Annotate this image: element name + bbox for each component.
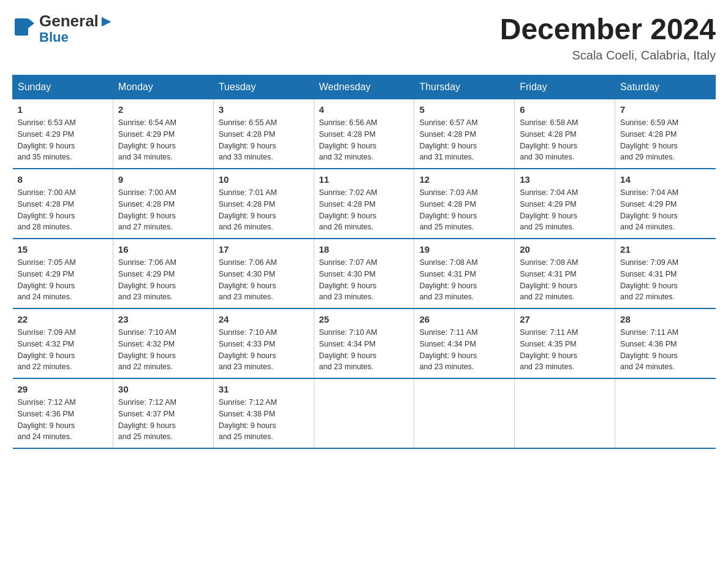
logo-icon <box>12 15 37 42</box>
calendar-cell: 10Sunrise: 7:01 AMSunset: 4:28 PMDayligh… <box>213 169 314 239</box>
day-number: 7 <box>620 104 710 115</box>
calendar-cell: 17Sunrise: 7:06 AMSunset: 4:30 PMDayligh… <box>213 239 314 308</box>
day-info: Sunrise: 7:12 AMSunset: 4:37 PMDaylight:… <box>118 397 208 443</box>
day-number: 1 <box>18 104 108 115</box>
page-header: General► Blue December 2024 Scala Coeli,… <box>12 12 716 63</box>
calendar-cell: 26Sunrise: 7:11 AMSunset: 4:34 PMDayligh… <box>414 308 515 378</box>
day-info: Sunrise: 7:10 AMSunset: 4:33 PMDaylight:… <box>219 327 309 373</box>
column-header-wednesday: Wednesday <box>314 75 414 99</box>
calendar-cell <box>615 378 716 448</box>
calendar-cell: 16Sunrise: 7:06 AMSunset: 4:29 PMDayligh… <box>113 239 213 308</box>
calendar-cell: 2Sunrise: 6:54 AMSunset: 4:29 PMDaylight… <box>113 99 213 169</box>
logo: General► Blue <box>12 12 115 45</box>
svg-rect-0 <box>15 18 28 36</box>
calendar-cell: 20Sunrise: 7:08 AMSunset: 4:31 PMDayligh… <box>515 239 615 308</box>
calendar-cell: 1Sunrise: 6:53 AMSunset: 4:29 PMDaylight… <box>13 99 113 169</box>
calendar-cell: 19Sunrise: 7:08 AMSunset: 4:31 PMDayligh… <box>414 239 515 308</box>
calendar-cell: 27Sunrise: 7:11 AMSunset: 4:35 PMDayligh… <box>515 308 615 378</box>
day-number: 10 <box>219 174 309 185</box>
calendar-cell: 21Sunrise: 7:09 AMSunset: 4:31 PMDayligh… <box>615 239 716 308</box>
calendar-cell: 28Sunrise: 7:11 AMSunset: 4:36 PMDayligh… <box>615 308 716 378</box>
day-number: 23 <box>118 314 208 324</box>
calendar-cell: 15Sunrise: 7:05 AMSunset: 4:29 PMDayligh… <box>13 239 113 308</box>
day-info: Sunrise: 7:10 AMSunset: 4:34 PMDaylight:… <box>319 327 409 373</box>
svg-marker-1 <box>28 18 34 28</box>
title-section: December 2024 Scala Coeli, Calabria, Ita… <box>500 12 716 63</box>
calendar-cell: 5Sunrise: 6:57 AMSunset: 4:28 PMDaylight… <box>414 99 515 169</box>
column-header-monday: Monday <box>113 75 213 99</box>
day-number: 15 <box>18 244 108 255</box>
calendar-header-row: SundayMondayTuesdayWednesdayThursdayFrid… <box>13 75 716 99</box>
location: Scala Coeli, Calabria, Italy <box>500 48 716 63</box>
day-info: Sunrise: 7:03 AMSunset: 4:28 PMDaylight:… <box>419 187 509 233</box>
day-number: 4 <box>319 104 409 115</box>
day-number: 2 <box>118 104 208 115</box>
day-info: Sunrise: 7:00 AMSunset: 4:28 PMDaylight:… <box>118 187 208 233</box>
day-number: 9 <box>118 174 208 185</box>
day-number: 3 <box>219 104 309 115</box>
day-number: 19 <box>419 244 509 255</box>
calendar-cell: 11Sunrise: 7:02 AMSunset: 4:28 PMDayligh… <box>314 169 414 239</box>
day-info: Sunrise: 7:11 AMSunset: 4:35 PMDaylight:… <box>520 327 610 373</box>
day-info: Sunrise: 6:55 AMSunset: 4:28 PMDaylight:… <box>219 117 309 163</box>
calendar-cell: 30Sunrise: 7:12 AMSunset: 4:37 PMDayligh… <box>113 378 213 448</box>
day-info: Sunrise: 7:09 AMSunset: 4:31 PMDaylight:… <box>620 257 710 303</box>
calendar-cell: 3Sunrise: 6:55 AMSunset: 4:28 PMDaylight… <box>213 99 314 169</box>
day-info: Sunrise: 7:02 AMSunset: 4:28 PMDaylight:… <box>319 187 409 233</box>
day-info: Sunrise: 7:08 AMSunset: 4:31 PMDaylight:… <box>419 257 509 303</box>
day-number: 6 <box>520 104 610 115</box>
calendar-week-row: 22Sunrise: 7:09 AMSunset: 4:32 PMDayligh… <box>13 308 716 378</box>
day-info: Sunrise: 7:12 AMSunset: 4:36 PMDaylight:… <box>18 397 108 443</box>
calendar-week-row: 8Sunrise: 7:00 AMSunset: 4:28 PMDaylight… <box>13 169 716 239</box>
day-number: 29 <box>18 384 108 394</box>
column-header-friday: Friday <box>515 75 615 99</box>
day-info: Sunrise: 6:54 AMSunset: 4:29 PMDaylight:… <box>118 117 208 163</box>
day-number: 21 <box>620 244 710 255</box>
day-number: 5 <box>419 104 509 115</box>
day-number: 13 <box>520 174 610 185</box>
day-number: 17 <box>219 244 309 255</box>
day-number: 12 <box>419 174 509 185</box>
calendar-cell <box>414 378 515 448</box>
logo-general-text: General► <box>39 12 115 30</box>
calendar-cell: 29Sunrise: 7:12 AMSunset: 4:36 PMDayligh… <box>13 378 113 448</box>
day-info: Sunrise: 7:09 AMSunset: 4:32 PMDaylight:… <box>18 327 108 373</box>
day-info: Sunrise: 7:07 AMSunset: 4:30 PMDaylight:… <box>319 257 409 303</box>
logo-blue-text: Blue <box>39 30 115 45</box>
column-header-tuesday: Tuesday <box>213 75 314 99</box>
day-info: Sunrise: 7:04 AMSunset: 4:29 PMDaylight:… <box>620 187 710 233</box>
day-number: 30 <box>118 384 208 394</box>
day-info: Sunrise: 6:59 AMSunset: 4:28 PMDaylight:… <box>620 117 710 163</box>
column-header-sunday: Sunday <box>13 75 113 99</box>
day-info: Sunrise: 7:00 AMSunset: 4:28 PMDaylight:… <box>18 187 108 233</box>
day-info: Sunrise: 7:08 AMSunset: 4:31 PMDaylight:… <box>520 257 610 303</box>
calendar-cell: 22Sunrise: 7:09 AMSunset: 4:32 PMDayligh… <box>13 308 113 378</box>
day-info: Sunrise: 7:04 AMSunset: 4:29 PMDaylight:… <box>520 187 610 233</box>
day-info: Sunrise: 6:58 AMSunset: 4:28 PMDaylight:… <box>520 117 610 163</box>
calendar-cell <box>314 378 414 448</box>
day-info: Sunrise: 6:53 AMSunset: 4:29 PMDaylight:… <box>18 117 108 163</box>
calendar-cell: 6Sunrise: 6:58 AMSunset: 4:28 PMDaylight… <box>515 99 615 169</box>
calendar-week-row: 1Sunrise: 6:53 AMSunset: 4:29 PMDaylight… <box>13 99 716 169</box>
day-info: Sunrise: 7:01 AMSunset: 4:28 PMDaylight:… <box>219 187 309 233</box>
day-number: 28 <box>620 314 710 324</box>
day-info: Sunrise: 7:12 AMSunset: 4:38 PMDaylight:… <box>219 397 309 443</box>
day-info: Sunrise: 7:06 AMSunset: 4:30 PMDaylight:… <box>219 257 309 303</box>
day-number: 20 <box>520 244 610 255</box>
calendar-cell: 31Sunrise: 7:12 AMSunset: 4:38 PMDayligh… <box>213 378 314 448</box>
day-number: 26 <box>419 314 509 324</box>
calendar-cell: 13Sunrise: 7:04 AMSunset: 4:29 PMDayligh… <box>515 169 615 239</box>
calendar-cell: 7Sunrise: 6:59 AMSunset: 4:28 PMDaylight… <box>615 99 716 169</box>
calendar-cell: 24Sunrise: 7:10 AMSunset: 4:33 PMDayligh… <box>213 308 314 378</box>
day-number: 14 <box>620 174 710 185</box>
day-number: 31 <box>219 384 309 394</box>
day-number: 8 <box>18 174 108 185</box>
day-number: 24 <box>219 314 309 324</box>
day-info: Sunrise: 7:10 AMSunset: 4:32 PMDaylight:… <box>118 327 208 373</box>
calendar-cell: 23Sunrise: 7:10 AMSunset: 4:32 PMDayligh… <box>113 308 213 378</box>
calendar-cell: 25Sunrise: 7:10 AMSunset: 4:34 PMDayligh… <box>314 308 414 378</box>
day-number: 16 <box>118 244 208 255</box>
day-info: Sunrise: 7:06 AMSunset: 4:29 PMDaylight:… <box>118 257 208 303</box>
calendar-table: SundayMondayTuesdayWednesdayThursdayFrid… <box>12 75 716 449</box>
calendar-cell: 18Sunrise: 7:07 AMSunset: 4:30 PMDayligh… <box>314 239 414 308</box>
